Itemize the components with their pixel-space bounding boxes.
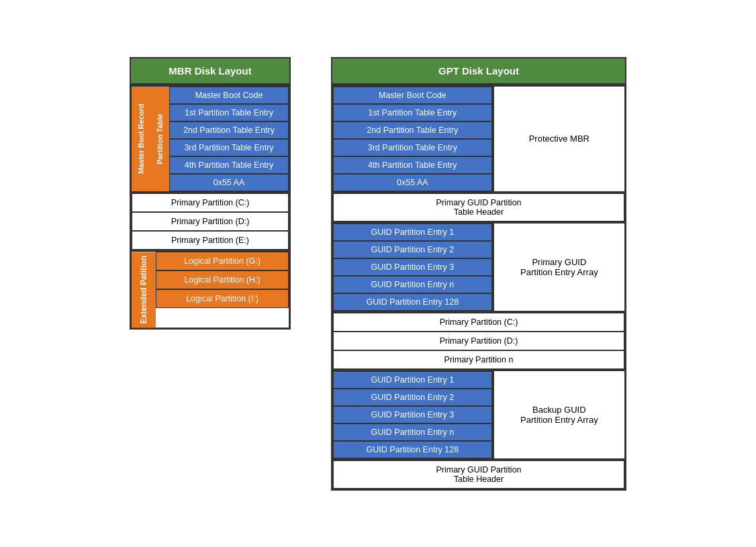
gpt-guid-2b: GUID Partition Entry 2 <box>333 389 492 406</box>
gpt-backup-guid-header-row: Primary GUID PartitionTable Header <box>331 460 626 491</box>
gpt-entry-1: 1st Partition Table Entry <box>333 104 492 121</box>
gpt-entry-2: 2nd Partition Table Entry <box>333 121 492 139</box>
gpt-guid-3a: GUID Partition Entry 3 <box>333 258 492 276</box>
logical-i: Logical Partition (I:) <box>156 289 289 308</box>
mbr-blue-row-5: 0x55 AA <box>169 174 289 191</box>
gpt-guid-nb: GUID Partition Entry n <box>333 424 492 441</box>
gpt-guid-128b: GUID Partition Entry 128 <box>333 441 492 458</box>
logical-g: Logical Partition (G:) <box>156 252 289 270</box>
gpt-entry-3: 3rd Partition Table Entry <box>333 139 492 156</box>
gpt-section: GPT Disk Layout Master Boot Code 1st Par… <box>331 57 626 491</box>
gpt-guid-1a: GUID Partition Entry 1 <box>333 223 492 241</box>
gpt-primary-c: Primary Partition (C:) <box>333 313 624 332</box>
gpt-backup-array-label-cell: Backup GUIDPartition Entry Array <box>492 371 624 458</box>
gpt-guid-3b: GUID Partition Entry 3 <box>333 406 492 424</box>
primary-guid-header: Primary GUID PartitionTable Header <box>333 193 624 221</box>
gpt-primary-entry-block: GUID Partition Entry 1 GUID Partition En… <box>331 221 626 313</box>
gpt-guid-na: GUID Partition Entry n <box>333 276 492 293</box>
mbr-title: MBR Disk Layout <box>130 57 291 85</box>
gpt-guid-2a: GUID Partition Entry 2 <box>333 241 492 258</box>
mbr-below-block: Primary Partition (C:) Primary Partition… <box>130 193 291 250</box>
mbr-blue-row-0: Master Boot Code <box>169 87 289 104</box>
primary-d: Primary Partition (D:) <box>132 212 289 231</box>
gpt-boot-code: Master Boot Code <box>333 87 492 104</box>
gpt-primary-entries: GUID Partition Entry 1 GUID Partition En… <box>333 223 492 311</box>
backup-array-label: Backup GUIDPartition Entry Array <box>494 371 624 458</box>
gpt-guid-1b: GUID Partition Entry 1 <box>333 371 492 389</box>
mbr-section: MBR Disk Layout Master Boot Record Parti… <box>130 57 291 330</box>
mbr-blue-row-3: 3rd Partition Table Entry <box>169 139 289 156</box>
primary-array-label: Primary GUIDPartition Entry Array <box>494 223 624 311</box>
gpt-protective-mbr-label-cell: Protective MBR <box>492 87 624 191</box>
main-container: MBR Disk Layout Master Boot Record Parti… <box>130 57 626 491</box>
mbr-outer-block: Master Boot Record Partition Table Maste… <box>130 85 291 193</box>
logical-partition-list: Logical Partition (G:) Logical Partition… <box>156 252 289 328</box>
gpt-primary-d: Primary Partition (D:) <box>333 332 624 350</box>
logical-h: Logical Partition (H:) <box>156 270 289 289</box>
primary-e: Primary Partition (E:) <box>132 231 289 250</box>
gpt-title: GPT Disk Layout <box>331 57 626 85</box>
mbr-blue-row-2: 2nd Partition Table Entry <box>169 121 289 139</box>
mbr-blue-row-1: 1st Partition Table Entry <box>169 104 289 121</box>
gpt-primary-n: Primary Partition n <box>333 350 624 369</box>
gpt-primary-guid-header-row: Primary GUID PartitionTable Header <box>331 193 626 221</box>
gpt-0x55: 0x55 AA <box>333 174 492 191</box>
gpt-protective-content: Master Boot Code 1st Partition Table Ent… <box>333 87 492 191</box>
mbr-blue-content: Master Boot Code 1st Partition Table Ent… <box>169 87 289 191</box>
primary-c: Primary Partition (C:) <box>132 193 289 212</box>
mbr-blue-row-4: 4th Partition Table Entry <box>169 156 289 174</box>
gpt-backup-entries: GUID Partition Entry 1 GUID Partition En… <box>333 371 492 458</box>
extended-label: Extended Patition <box>132 252 156 328</box>
protective-mbr-label: Protective MBR <box>494 87 624 191</box>
gpt-guid-128a: GUID Partition Entry 128 <box>333 293 492 311</box>
master-boot-record-label: Master Boot Record <box>132 87 150 191</box>
gpt-partitions-block: Primary Partition (C:) Primary Partition… <box>331 313 626 369</box>
extended-section: Extended Patition Logical Partition (G:)… <box>130 250 291 330</box>
gpt-primary-array-label-cell: Primary GUIDPartition Entry Array <box>492 223 624 311</box>
partition-table-label: Partition Table <box>150 87 169 191</box>
backup-guid-header: Primary GUID PartitionTable Header <box>333 460 624 489</box>
gpt-backup-entry-block: GUID Partition Entry 1 GUID Partition En… <box>331 369 626 460</box>
gpt-entry-4: 4th Partition Table Entry <box>333 156 492 174</box>
gpt-protective-block: Master Boot Code 1st Partition Table Ent… <box>331 85 626 193</box>
